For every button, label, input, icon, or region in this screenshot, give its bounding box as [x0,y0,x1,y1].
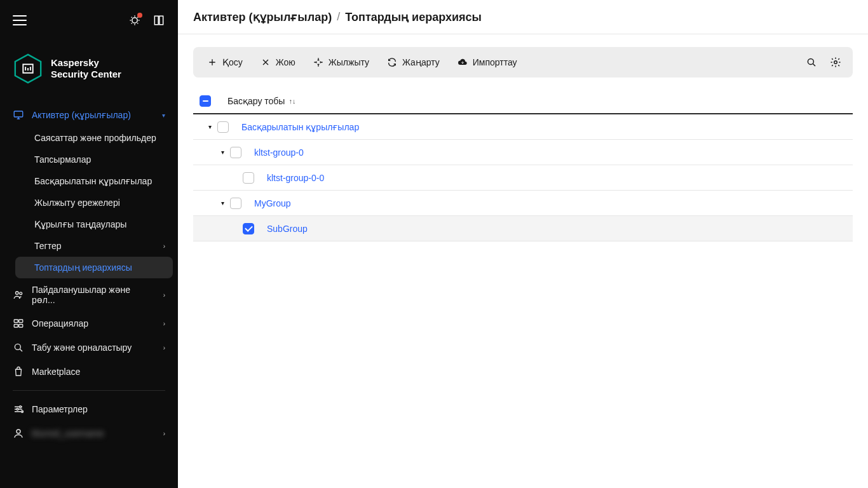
menu-toggle-button[interactable] [13,15,27,25]
move-button[interactable]: Жылжыту [306,52,377,72]
app-title: Kaspersky Security Center [51,57,121,80]
svg-point-8 [20,292,22,295]
sidebar-item-marketplace[interactable]: Marketplace [5,360,173,384]
book-icon [153,14,165,27]
chevron-right-icon: › [163,430,165,437]
chevron-right-icon: › [163,320,165,327]
search-icon [13,342,24,353]
sidebar-nav: Активтер (құрылғылар) ▾ Саясаттар және п… [0,103,178,488]
delete-button[interactable]: Жою [253,52,303,72]
content-area: Қосу Жою Жылжыту Жаңарту Импорттау [178,34,868,254]
column-header-group[interactable]: Басқару тобы ↑↓ [217,96,295,106]
sidebar-sub-move-rules[interactable]: Жылжыту ережелері [15,192,173,214]
sidebar-sub-tags[interactable]: Тегтер› [15,235,173,257]
sidebar-sub-group-hierarchy[interactable]: Топтардың иерархиясы [15,257,173,278]
sidebar-item-operations[interactable]: Операциялар › [5,311,173,336]
sidebar-sub-tasks[interactable]: Тапсырмалар [15,149,173,170]
gear-icon [830,57,841,68]
expand-caret[interactable]: ▾ [217,149,227,156]
logo-block: Kaspersky Security Center [0,41,178,103]
sidebar-sub-managed-devices[interactable]: Басқарылатын құрылғылар [15,170,173,192]
svg-point-19 [834,61,837,64]
move-icon [313,57,323,67]
group-link[interactable]: Басқарылатын құрылғылар [233,122,359,132]
topbar-icons [128,14,165,27]
sidebar-sub-policies[interactable]: Саясаттар және профильдер [15,127,173,149]
select-all-checkbox[interactable] [200,95,211,107]
header-checkbox-cell [200,95,217,107]
search-icon [806,57,817,68]
sidebar-divider [13,390,165,391]
settings-button[interactable] [825,51,846,73]
breadcrumb-current: Топтардың иерархиясы [345,10,482,24]
chevron-right-icon: › [163,292,165,299]
svg-rect-11 [14,325,18,328]
breadcrumb: Активтер (құрылғылар) / Топтардың иерарх… [178,0,868,34]
svg-point-0 [132,18,137,23]
import-button[interactable]: Импорттау [450,52,525,72]
help-button[interactable] [153,14,165,27]
expand-caret[interactable]: ▾ [205,123,215,130]
notifications-button[interactable] [128,14,141,27]
table-header: Басқару тобы ↑↓ [193,89,853,114]
table-row: ▾ kltst-group-0 [193,140,853,165]
sidebar: Kaspersky Security Center Активтер (құры… [0,0,178,488]
import-button-label: Импорттау [473,57,517,67]
breadcrumb-parent[interactable]: Активтер (құрылғылар) [193,10,332,24]
chevron-right-icon: › [163,243,165,250]
sidebar-item-label: Активтер (құрылғылар) [32,110,131,120]
svg-point-13 [15,344,20,349]
sidebar-item-label: Пайдаланушылар және рөл... [32,285,156,305]
chevron-right-icon: › [163,344,165,351]
table-row: ▾ MyGroup [193,191,853,216]
group-link[interactable]: kltst-group-0-0 [258,173,324,183]
sidebar-item-label: Операциялар [32,318,88,329]
search-button[interactable] [801,51,822,73]
sidebar-assets-subitems: Саясаттар және профильдер Тапсырмалар Ба… [5,127,173,278]
svg-point-17 [17,430,20,433]
bag-icon [13,366,24,377]
x-icon [261,57,271,67]
plus-icon [207,57,217,67]
monitor-icon [13,109,24,121]
refresh-button-label: Жаңарту [402,57,440,67]
expand-caret[interactable]: ▾ [217,200,227,207]
group-link[interactable]: MyGroup [245,198,291,208]
table-row: SubGroup [193,216,853,241]
refresh-icon [387,57,397,67]
svg-rect-6 [14,111,23,117]
sidebar-item-discovery[interactable]: Табу және орналастыру › [5,336,173,360]
group-link[interactable]: SubGroup [258,224,308,234]
add-button[interactable]: Қосу [200,52,250,72]
svg-rect-12 [19,325,23,328]
row-checkbox[interactable] [243,172,254,184]
column-header-label: Басқару тобы [227,96,285,106]
move-button-label: Жылжыту [329,57,369,67]
sidebar-item-label: Табу және орналастыру [32,342,132,353]
table-row: kltst-group-0-0 [193,165,853,191]
group-link[interactable]: kltst-group-0 [245,147,304,158]
svg-point-18 [808,58,813,64]
row-checkbox[interactable] [243,223,254,234]
row-checkbox[interactable] [230,198,241,209]
svg-rect-9 [14,320,18,323]
sidebar-item-account[interactable]: blurred_username › [5,421,173,445]
add-button-label: Қосу [222,57,243,67]
table-row: ▾ Басқарылатын құрылғылар [193,114,853,140]
sidebar-item-label: Marketplace [32,367,80,377]
sidebar-item-assets[interactable]: Активтер (құрылғылар) ▾ [5,103,173,127]
sidebar-sub-device-selections[interactable]: Құрылғы таңдаулары [15,214,173,235]
refresh-button[interactable]: Жаңарту [379,52,447,72]
notification-dot-icon [137,13,142,18]
row-checkbox[interactable] [217,121,229,133]
toolbar: Қосу Жою Жылжыту Жаңарту Импорттау [193,47,853,78]
breadcrumb-separator: / [337,10,340,24]
svg-point-7 [16,292,19,295]
svg-point-15 [17,409,18,410]
row-checkbox[interactable] [230,147,241,158]
sidebar-account-label: blurred_username [32,428,104,438]
sidebar-topbar [0,0,178,41]
sidebar-item-users-roles[interactable]: Пайдаланушылар және рөл... › [5,278,173,311]
sort-icon: ↑↓ [288,97,295,105]
sidebar-item-settings[interactable]: Параметрлер [5,397,173,421]
